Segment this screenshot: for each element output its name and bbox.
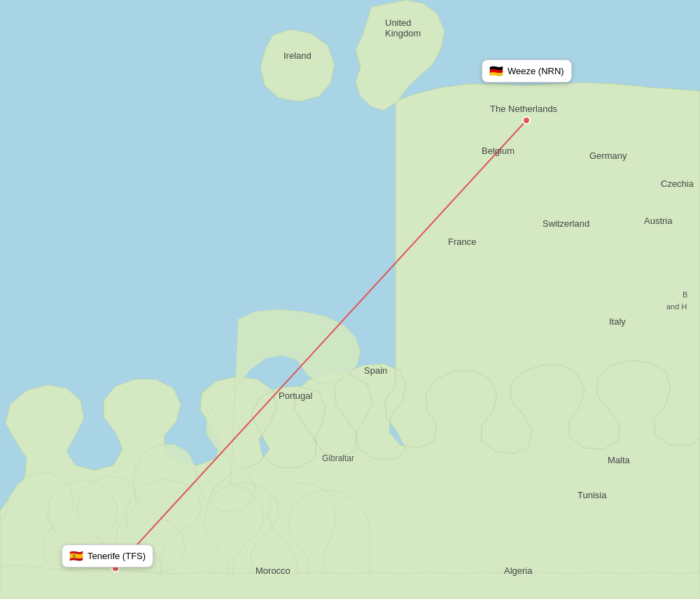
tenerife-airport-name: Tenerife (TFS) [88, 551, 146, 561]
map-container: UnitedKingdom Ireland The Netherlands Be… [0, 0, 700, 599]
svg-point-3 [523, 117, 530, 124]
weeze-airport-label[interactable]: 🇩🇪 Weeze (NRN) [482, 59, 572, 83]
map-svg [0, 0, 700, 599]
tenerife-airport-label[interactable]: 🇪🇸 Tenerife (TFS) [62, 544, 153, 568]
spain-flag: 🇪🇸 [69, 549, 83, 563]
weeze-airport-name: Weeze (NRN) [507, 66, 564, 76]
germany-flag: 🇩🇪 [489, 64, 503, 78]
